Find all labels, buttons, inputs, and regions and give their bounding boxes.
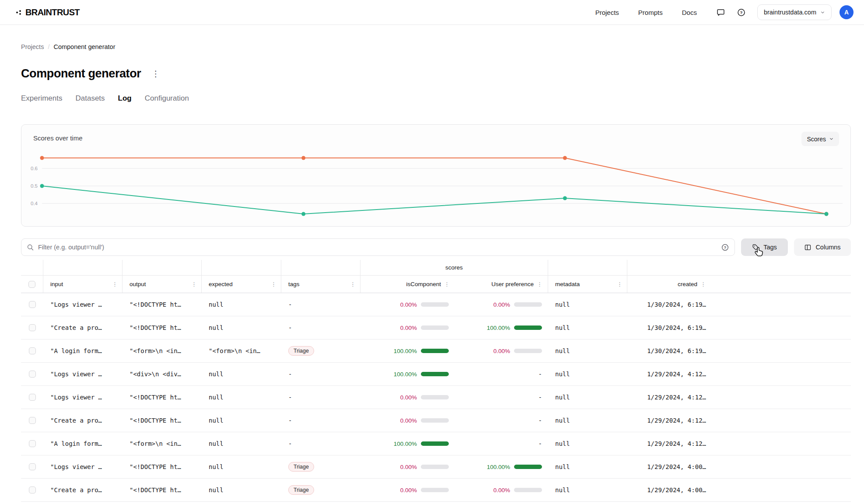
- column-menu-icon[interactable]: ⋮: [191, 281, 197, 287]
- tab-log[interactable]: Log: [118, 94, 132, 105]
- filter-input[interactable]: [38, 244, 717, 251]
- tab-datasets[interactable]: Datasets: [75, 94, 105, 105]
- cell-output[interactable]: "<!DOCTYPE ht…: [122, 293, 202, 316]
- score-percent: 100.00%: [394, 371, 417, 378]
- cell-output[interactable]: "<div>\n <div…: [122, 363, 202, 385]
- column-menu-icon[interactable]: ⋮: [271, 281, 276, 287]
- row-checkbox[interactable]: [29, 324, 36, 331]
- column-menu-icon[interactable]: ⋮: [617, 281, 623, 287]
- column-menu-icon[interactable]: ⋮: [537, 281, 542, 287]
- nav-link-prompts[interactable]: Prompts: [638, 9, 663, 16]
- column-menu-icon[interactable]: ⋮: [350, 281, 356, 287]
- nav-link-projects[interactable]: Projects: [595, 9, 619, 16]
- tags-button[interactable]: Tags: [741, 238, 788, 256]
- row-checkbox[interactable]: [29, 301, 36, 308]
- cell-output[interactable]: "<!DOCTYPE ht…: [122, 455, 202, 478]
- help-icon[interactable]: ?: [737, 8, 746, 17]
- scores-group-label: scores: [360, 260, 548, 275]
- tab-experiments[interactable]: Experiments: [21, 94, 62, 105]
- cell-input[interactable]: "A login form…: [43, 340, 122, 362]
- project-menu-icon[interactable]: ⋮: [151, 70, 160, 78]
- scores-line-chart[interactable]: 0.60.50.4: [21, 125, 850, 226]
- columns-button[interactable]: Columns: [794, 238, 851, 256]
- cell-expected[interactable]: null: [202, 386, 281, 409]
- cell-tags: -: [281, 293, 360, 316]
- cell-output[interactable]: "<!DOCTYPE ht…: [122, 409, 202, 432]
- table-row[interactable]: "A login form… "<form>\n <in… "<form>\n …: [21, 340, 851, 363]
- cell-output[interactable]: "<form>\n <in…: [122, 432, 202, 455]
- cell-expected[interactable]: null: [202, 363, 281, 385]
- cell-output[interactable]: "<form>\n <in…: [122, 340, 202, 362]
- cell-expected[interactable]: null: [202, 409, 281, 432]
- select-all-checkbox[interactable]: [28, 281, 35, 288]
- score-bar: [421, 395, 449, 399]
- table-row[interactable]: "Create a pro… "<!DOCTYPE ht… null - 0.0…: [21, 409, 851, 432]
- cell-input[interactable]: "Create a pro…: [43, 316, 122, 339]
- cell-output[interactable]: "<!DOCTYPE ht…: [122, 386, 202, 409]
- cell-expected[interactable]: null: [202, 455, 281, 478]
- feedback-icon[interactable]: [716, 8, 725, 17]
- cell-metadata[interactable]: null: [548, 432, 627, 455]
- cell-expected[interactable]: null: [202, 316, 281, 339]
- column-menu-icon[interactable]: ⋮: [112, 281, 118, 287]
- cell-expected[interactable]: null: [202, 479, 281, 501]
- column-menu-icon[interactable]: ⋮: [700, 281, 706, 287]
- svg-text:0.4: 0.4: [31, 201, 38, 206]
- braintrust-logo[interactable]: BRAINTRUST: [16, 7, 80, 18]
- cell-output[interactable]: "<!DOCTYPE ht…: [122, 316, 202, 339]
- tag-pill[interactable]: Triage: [288, 462, 314, 472]
- cell-input[interactable]: "Logs viewer …: [43, 455, 122, 478]
- cell-user-preference-score: 0.00%: [455, 293, 548, 316]
- cell-tags: -: [281, 432, 360, 455]
- tab-configuration[interactable]: Configuration: [145, 94, 189, 105]
- row-checkbox[interactable]: [29, 463, 36, 470]
- breadcrumb-projects[interactable]: Projects: [21, 43, 44, 50]
- cell-metadata[interactable]: null: [548, 409, 627, 432]
- cell-metadata[interactable]: null: [548, 316, 627, 339]
- table-row[interactable]: "Logs viewer … "<!DOCTYPE ht… null - 0.0…: [21, 293, 851, 316]
- cell-metadata[interactable]: null: [548, 293, 627, 316]
- cell-input[interactable]: "Logs viewer …: [43, 386, 122, 409]
- avatar[interactable]: A: [840, 5, 854, 19]
- filter-help-icon[interactable]: ?: [721, 243, 729, 252]
- cell-metadata[interactable]: null: [548, 363, 627, 385]
- cell-metadata[interactable]: null: [548, 479, 627, 501]
- page-title: Component generator: [21, 67, 141, 80]
- table-row[interactable]: "Logs viewer … "<!DOCTYPE ht… null Triag…: [21, 455, 851, 479]
- score-percent: 100.00%: [487, 325, 510, 331]
- cell-input[interactable]: "A login form…: [43, 432, 122, 455]
- cell-expected[interactable]: null: [202, 432, 281, 455]
- cell-expected[interactable]: null: [202, 293, 281, 316]
- log-table: scores input⋮ output⋮ expected⋮ tags⋮ is…: [21, 260, 851, 502]
- row-checkbox[interactable]: [29, 347, 36, 354]
- cell-output[interactable]: "<!DOCTYPE ht…: [122, 479, 202, 501]
- cell-metadata[interactable]: null: [548, 455, 627, 478]
- row-checkbox[interactable]: [29, 394, 36, 401]
- row-checkbox[interactable]: [29, 371, 36, 378]
- cell-user-preference-score: 0.00%: [455, 340, 548, 362]
- score-percent: 0.00%: [400, 325, 417, 331]
- table-row[interactable]: "Logs viewer … "<div>\n <div… null - 100…: [21, 363, 851, 386]
- cell-metadata[interactable]: null: [548, 340, 627, 362]
- row-checkbox[interactable]: [29, 417, 36, 424]
- nav-link-docs[interactable]: Docs: [682, 9, 697, 16]
- cell-metadata[interactable]: null: [548, 386, 627, 409]
- tag-pill[interactable]: Triage: [288, 485, 314, 495]
- table-row[interactable]: "Create a pro… "<!DOCTYPE ht… null Triag…: [21, 479, 851, 502]
- row-checkbox[interactable]: [29, 486, 36, 494]
- score-bar: [514, 488, 542, 492]
- table-row[interactable]: "A login form… "<form>\n <in… null - 100…: [21, 432, 851, 455]
- cell-input[interactable]: "Create a pro…: [43, 409, 122, 432]
- cell-input[interactable]: "Logs viewer …: [43, 293, 122, 316]
- table-row[interactable]: "Logs viewer … "<!DOCTYPE ht… null - 0.0…: [21, 386, 851, 409]
- cell-expected[interactable]: "<form>\n <in…: [202, 340, 281, 362]
- row-checkbox[interactable]: [29, 440, 36, 447]
- cell-tags: -: [281, 363, 360, 385]
- org-selector[interactable]: braintrustdata.com: [757, 4, 832, 20]
- table-row[interactable]: "Create a pro… "<!DOCTYPE ht… null - 0.0…: [21, 316, 851, 340]
- tag-pill[interactable]: Triage: [288, 346, 314, 356]
- cell-input[interactable]: "Logs viewer …: [43, 363, 122, 385]
- cell-input[interactable]: "Create a pro…: [43, 479, 122, 501]
- column-menu-icon[interactable]: ⋮: [444, 281, 450, 287]
- cell-created: 1/30/2024, 6:19…: [627, 293, 748, 316]
